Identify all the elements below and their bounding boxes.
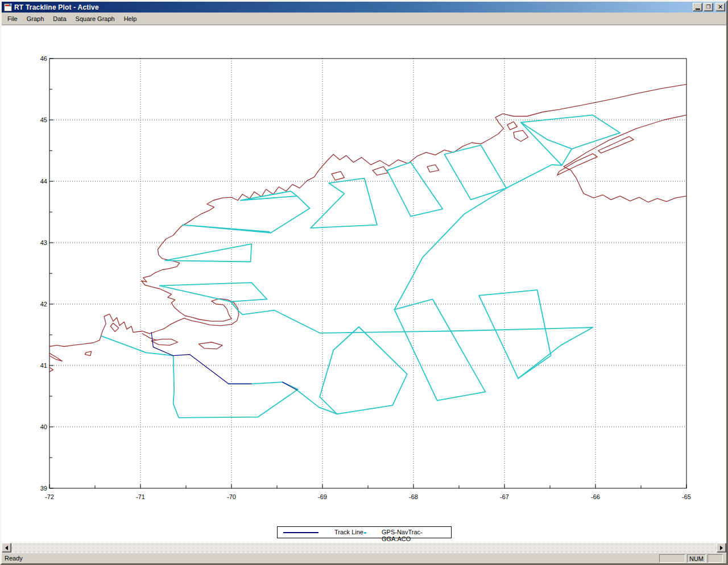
status-pane-cap — [659, 554, 685, 563]
coastline-path — [85, 351, 91, 356]
gps-track-path — [160, 282, 267, 302]
gps-track-path — [230, 302, 274, 315]
y-tick-label: 40 — [40, 423, 47, 430]
coastline-path — [598, 136, 634, 153]
app-window: RT Trackline Plot - Active ❐ ✕ File Grap… — [0, 0, 728, 565]
active-track-path — [151, 333, 251, 384]
y-tick-label: 44 — [40, 178, 47, 185]
y-tick-label: 39 — [40, 485, 47, 492]
gps-track-path — [173, 356, 298, 418]
y-tick-label: 45 — [40, 117, 47, 123]
coastline-path — [49, 84, 686, 346]
gps-track-path — [479, 290, 551, 379]
gps-track-path — [444, 145, 506, 200]
gps-track-path — [297, 390, 337, 414]
horizontal-scrollbar[interactable] — [2, 543, 726, 552]
gps-track-path — [320, 327, 407, 414]
status-message: Ready — [5, 555, 23, 562]
status-pane-scrl — [708, 554, 723, 563]
gps-track-path — [506, 165, 562, 188]
gps-track-path — [165, 244, 251, 261]
y-tick-label: 46 — [40, 55, 47, 62]
x-tick-label: -66 — [591, 493, 600, 500]
scroll-right-icon — [720, 546, 725, 550]
coastline-path — [110, 323, 118, 332]
scroll-left-icon — [3, 546, 8, 550]
active-track-path — [283, 382, 297, 390]
plot-frame — [49, 59, 686, 488]
x-tick-label: -67 — [500, 493, 509, 500]
scroll-left-button[interactable] — [2, 543, 11, 552]
legend-gps-label: GPS-NavTrac-GGA.ACO — [382, 529, 451, 542]
gps-track-path — [521, 122, 572, 148]
x-tick-label: -70 — [227, 493, 236, 500]
x-tick-label: -65 — [682, 493, 691, 500]
coastline-path — [373, 167, 388, 175]
legend-trackline-label: Track Line — [334, 529, 363, 535]
gps-track-path — [271, 196, 310, 233]
gps-track-path — [241, 191, 297, 200]
gps-track-path — [387, 163, 443, 217]
gps-track-path — [311, 178, 377, 229]
coastline-path — [427, 165, 439, 172]
coastline-path — [49, 353, 62, 361]
y-tick-label: 43 — [40, 239, 47, 246]
legend-trackline-sample — [283, 532, 318, 533]
legend-box: Track Line GPS-NavTrac-GGA.ACO — [277, 526, 452, 538]
coastline-path — [49, 367, 53, 372]
coastline-path — [557, 153, 597, 175]
gps-track-path — [394, 188, 506, 310]
coastline-path — [332, 172, 344, 180]
scroll-right-button[interactable] — [717, 543, 726, 552]
y-tick-label: 42 — [40, 301, 47, 308]
x-tick-label: -71 — [136, 493, 145, 500]
trackline-plot: -72-71-70-69-68-67-66-653940414243444546 — [2, 2, 728, 565]
coastline-path — [507, 122, 518, 130]
gps-track-path — [394, 299, 485, 400]
coastline-path — [514, 130, 528, 141]
gps-track-path — [183, 225, 271, 233]
legend-gps-sample — [364, 532, 366, 534]
status-pane-num: NUM — [687, 554, 706, 563]
x-tick-label: -69 — [318, 493, 327, 500]
x-tick-label: -72 — [45, 493, 54, 500]
y-tick-label: 41 — [40, 362, 47, 369]
status-bar: Ready NUM — [2, 552, 726, 563]
gps-track-path — [521, 115, 620, 165]
coastline-path — [142, 334, 157, 340]
coastline-path — [198, 342, 222, 349]
x-tick-label: -68 — [409, 493, 418, 500]
